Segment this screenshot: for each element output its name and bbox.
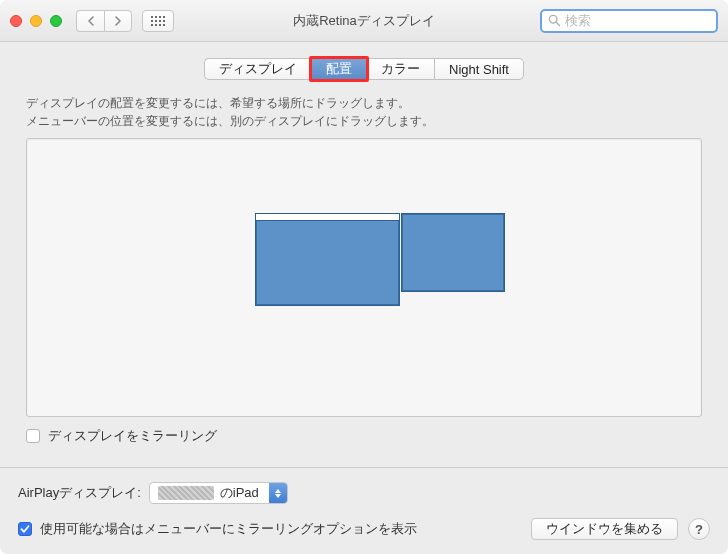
- window-controls: [10, 15, 62, 27]
- mirror-displays-checkbox[interactable]: [26, 429, 40, 443]
- svg-line-1: [556, 22, 559, 25]
- mirror-displays-label: ディスプレイをミラーリング: [48, 427, 217, 445]
- minimize-window-button[interactable]: [30, 15, 42, 27]
- search-placeholder: 検索: [565, 12, 591, 30]
- tab-night-shift[interactable]: Night Shift: [434, 58, 524, 80]
- grid-icon: [151, 16, 165, 26]
- display-secondary[interactable]: [401, 213, 505, 292]
- airplay-display-popup[interactable]: のiPad: [149, 482, 288, 504]
- show-mirroring-label: 使用可能な場合はメニューバーにミラーリングオプションを表示: [40, 520, 417, 538]
- arrangement-well[interactable]: [26, 138, 702, 417]
- tab-color[interactable]: カラー: [366, 58, 434, 80]
- footer: AirPlayディスプレイ: のiPad 使用可能な場合はメニューバーにミラーリ…: [0, 468, 728, 554]
- tab-arrangement[interactable]: 配置: [311, 58, 366, 80]
- forward-button[interactable]: [104, 10, 132, 32]
- help-button[interactable]: ?: [688, 518, 710, 540]
- close-window-button[interactable]: [10, 15, 22, 27]
- tab-display[interactable]: ディスプレイ: [204, 58, 311, 80]
- instructions: ディスプレイの配置を変更するには、希望する場所にドラッグします。 メニューバーの…: [26, 94, 702, 130]
- search-icon: [548, 14, 561, 27]
- content-area: ディスプレイの配置を変更するには、希望する場所にドラッグします。 メニューバーの…: [0, 80, 728, 467]
- back-button[interactable]: [76, 10, 104, 32]
- redacted-name: [158, 486, 214, 500]
- preferences-window: 内蔵Retinaディスプレイ 検索 ディスプレイ 配置 カラー Night Sh…: [0, 0, 728, 554]
- tab-bar: ディスプレイ 配置 カラー Night Shift: [0, 42, 728, 80]
- instructions-line2: メニューバーの位置を変更するには、別のディスプレイにドラッグします。: [26, 112, 702, 130]
- instructions-line1: ディスプレイの配置を変更するには、希望する場所にドラッグします。: [26, 94, 702, 112]
- airplay-value: のiPad: [214, 484, 269, 502]
- show-mirroring-checkbox[interactable]: [18, 522, 32, 536]
- chevron-left-icon: [87, 16, 95, 26]
- chevron-right-icon: [114, 16, 122, 26]
- search-field[interactable]: 検索: [540, 9, 718, 33]
- gather-windows-button[interactable]: ウインドウを集める: [531, 518, 678, 540]
- display-primary[interactable]: [255, 213, 400, 306]
- titlebar: 内蔵Retinaディスプレイ 検索: [0, 0, 728, 42]
- show-all-button[interactable]: [142, 10, 174, 32]
- airplay-label: AirPlayディスプレイ:: [18, 484, 141, 502]
- menu-bar-handle[interactable]: [256, 214, 399, 221]
- popup-arrows-icon: [269, 483, 287, 503]
- zoom-window-button[interactable]: [50, 15, 62, 27]
